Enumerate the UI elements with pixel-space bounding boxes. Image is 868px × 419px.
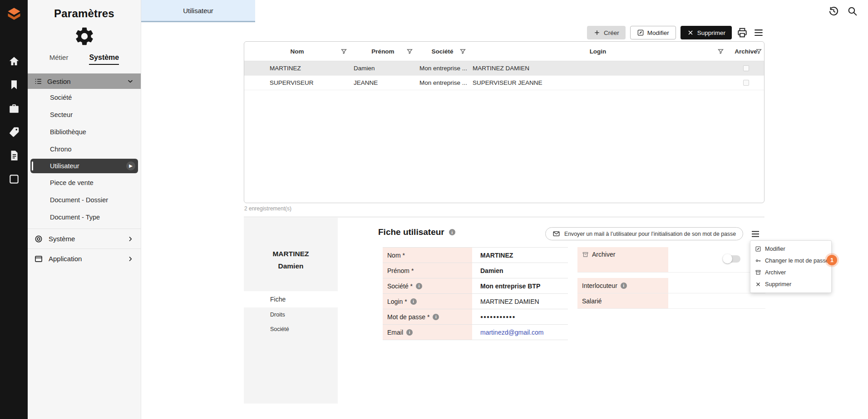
cell-nom: SUPERVISEUR <box>244 76 350 90</box>
form-row-nom: Nom * MARTINEZ <box>383 248 568 263</box>
column-label: Société <box>431 48 453 55</box>
selected-user-name: MARTINEZ Damien <box>244 248 338 272</box>
table-menu-icon[interactable] <box>753 27 764 39</box>
login-value: MARTINEZ DAMIEN <box>472 294 568 309</box>
field-label: Nom * <box>383 248 472 263</box>
content-area: Créer Modifier Supprimer <box>141 22 868 419</box>
home-icon[interactable] <box>8 55 20 67</box>
sidebar-item-document-dossier[interactable]: Document - Dossier <box>28 191 141 209</box>
selected-user-lastname: MARTINEZ <box>244 248 338 260</box>
filter-icon[interactable] <box>340 48 347 55</box>
field-label: Mot de passe * <box>383 309 472 324</box>
create-button[interactable]: Créer <box>587 26 626 39</box>
sidebar-item-utilisateur[interactable]: Utilisateur ▶ <box>30 159 138 173</box>
info-icon <box>410 298 417 305</box>
filter-icon[interactable] <box>755 48 762 55</box>
column-label: Nom <box>291 48 304 55</box>
context-menu: Modifier Changer le mot de passe Archive… <box>750 240 832 293</box>
cell-login: SUPERVISEUR JEANNE <box>469 76 727 90</box>
plus-icon <box>593 29 601 36</box>
column-header-login: Login <box>469 42 727 61</box>
invoice-icon[interactable] <box>8 150 20 161</box>
chevron-right-icon <box>126 235 134 243</box>
sidebar-item-secteur[interactable]: Secteur <box>28 106 141 123</box>
detail-tab-droits[interactable]: Droits <box>244 307 338 322</box>
group-label: Application <box>49 255 126 263</box>
sidebar-item-societe[interactable]: Société <box>28 89 141 106</box>
logo-icon <box>6 6 22 23</box>
field-label: Société * <box>383 278 472 293</box>
sidebar-item-chrono[interactable]: Chrono <box>28 141 141 158</box>
top-tab-bar: Utilisateur <box>141 0 868 22</box>
tag-icon[interactable] <box>8 126 20 138</box>
form-row-archiver: Archiver <box>577 247 765 273</box>
sidebar-item-bibliotheque[interactable]: Bibliothèque <box>28 123 141 141</box>
archive-toggle[interactable] <box>724 255 740 263</box>
menu-item-changer-mot-de-passe[interactable]: Changer le mot de passe <box>750 255 831 267</box>
chevron-right-icon <box>126 255 134 263</box>
cell-nom: MARTINEZ <box>244 61 350 75</box>
tab-metier[interactable]: Métier <box>49 54 69 63</box>
filter-icon[interactable] <box>406 48 413 55</box>
filter-icon[interactable] <box>717 48 724 55</box>
form-row-email: Email martinezd@gmail.com <box>383 325 568 340</box>
table-row[interactable]: SUPERVISEUR JEANNE Mon entreprise ... SU… <box>244 76 764 90</box>
column-label: Prénom <box>371 48 394 55</box>
settings-sidebar: Paramètres Métier Système Gestion Sociét… <box>28 0 141 419</box>
sidebar-item-piece-de-vente[interactable]: Piece de vente <box>28 174 141 191</box>
column-header-nom: Nom <box>244 42 350 61</box>
email-value: martinezd@gmail.com <box>472 325 568 340</box>
tab-systeme[interactable]: Système <box>89 54 119 65</box>
archive-checkbox[interactable] <box>743 80 749 86</box>
form-row-societe: Société * Mon entreprise BTP <box>383 278 568 294</box>
detail-tabs: Fiche Droits Société <box>244 291 338 336</box>
window-icon[interactable] <box>8 173 20 185</box>
send-init-mail-button[interactable]: Envoyer un mail à l’utilisateur pour l’i… <box>545 227 743 240</box>
print-icon[interactable] <box>736 27 748 39</box>
app-window-icon <box>34 254 43 263</box>
page-title: Paramètres <box>28 0 141 20</box>
detail-tab-societe[interactable]: Société <box>244 322 338 336</box>
field-label: Email <box>383 325 472 340</box>
info-icon <box>406 329 413 336</box>
step-badge: 1 <box>827 255 837 265</box>
menu-item-modifier[interactable]: Modifier <box>750 243 831 255</box>
tab-utilisateur[interactable]: Utilisateur <box>141 0 255 22</box>
list-toolbar: Créer Modifier Supprimer <box>587 26 764 39</box>
bookmark-icon[interactable] <box>8 79 20 91</box>
key-icon <box>755 258 761 264</box>
column-header-prenom: Prénom <box>350 42 416 61</box>
send-init-mail-label: Envoyer un mail à l’utilisateur pour l’i… <box>564 231 736 237</box>
cell-prenom: JEANNE <box>350 76 416 90</box>
sidebar-group-application[interactable]: Application <box>28 248 141 268</box>
field-label: Archiver <box>577 247 668 272</box>
archive-icon <box>755 269 761 276</box>
detail-menu-icon[interactable] <box>750 229 761 239</box>
form-row-salarie: Salarié <box>577 293 765 309</box>
modify-button[interactable]: Modifier <box>630 26 676 39</box>
detail-tab-fiche[interactable]: Fiche <box>244 291 338 307</box>
table-row[interactable]: MARTINEZ Damien Mon entreprise ... MARTI… <box>244 61 764 76</box>
group-label: Gestion <box>47 78 126 85</box>
archive-checkbox[interactable] <box>743 65 749 71</box>
sidebar-item-label: Utilisateur <box>50 162 79 170</box>
play-icon: ▶ <box>126 161 135 171</box>
delete-button[interactable]: Supprimer <box>681 26 732 39</box>
sidebar-tab-bar: Métier Système <box>28 54 141 68</box>
sidebar-item-document-type[interactable]: Document - Type <box>28 209 141 226</box>
filter-icon[interactable] <box>459 48 466 55</box>
history-icon[interactable] <box>828 5 839 17</box>
menu-item-supprimer[interactable]: Supprimer <box>750 278 831 290</box>
menu-item-archiver[interactable]: Archiver <box>750 267 831 278</box>
sidebar-group-gestion[interactable]: Gestion <box>28 73 141 89</box>
cell-prenom: Damien <box>350 61 416 75</box>
cell-login: MARTINEZ DAMIEN <box>469 61 727 75</box>
group-label: Système <box>49 235 126 243</box>
field-label: Interlocuteur <box>577 278 668 293</box>
create-button-label: Créer <box>604 29 619 36</box>
search-icon[interactable] <box>847 5 858 17</box>
briefcase-icon[interactable] <box>8 102 20 114</box>
password-value: ●●●●●●●●●●● <box>472 309 568 324</box>
sidebar-group-systeme[interactable]: Système <box>28 229 141 248</box>
app-logo[interactable] <box>6 6 22 23</box>
